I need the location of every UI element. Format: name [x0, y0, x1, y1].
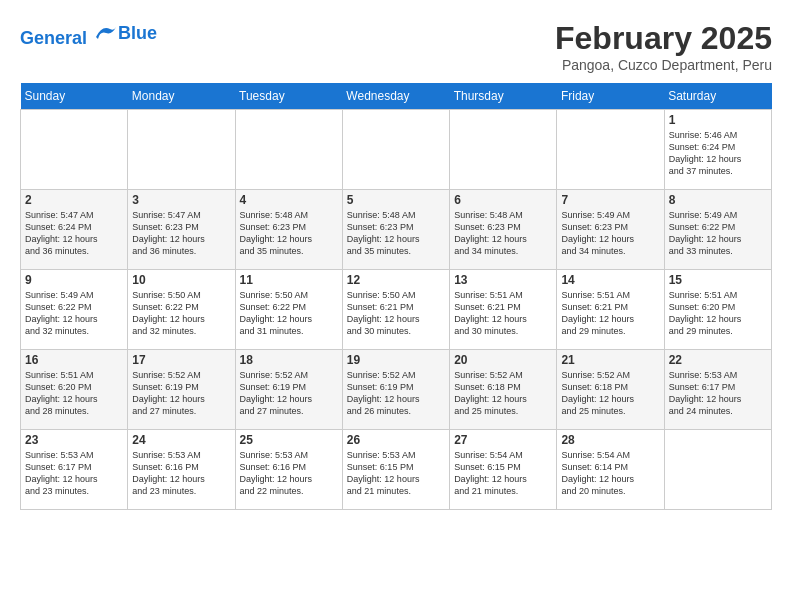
day-number: 22 [669, 353, 767, 367]
week-row-3: 9Sunrise: 5:49 AM Sunset: 6:22 PM Daylig… [21, 270, 772, 350]
day-info: Sunrise: 5:52 AM Sunset: 6:19 PM Dayligh… [347, 369, 445, 418]
day-header-thursday: Thursday [450, 83, 557, 110]
calendar-cell: 9Sunrise: 5:49 AM Sunset: 6:22 PM Daylig… [21, 270, 128, 350]
day-info: Sunrise: 5:53 AM Sunset: 6:16 PM Dayligh… [240, 449, 338, 498]
day-number: 2 [25, 193, 123, 207]
calendar-cell: 20Sunrise: 5:52 AM Sunset: 6:18 PM Dayli… [450, 350, 557, 430]
calendar-cell: 21Sunrise: 5:52 AM Sunset: 6:18 PM Dayli… [557, 350, 664, 430]
header: General Blue February 2025 Pangoa, Cuzco… [20, 20, 772, 73]
logo-bird-icon [94, 20, 118, 44]
title-section: February 2025 Pangoa, Cuzco Department, … [555, 20, 772, 73]
subtitle: Pangoa, Cuzco Department, Peru [555, 57, 772, 73]
calendar-cell: 24Sunrise: 5:53 AM Sunset: 6:16 PM Dayli… [128, 430, 235, 510]
calendar-cell: 15Sunrise: 5:51 AM Sunset: 6:20 PM Dayli… [664, 270, 771, 350]
day-info: Sunrise: 5:48 AM Sunset: 6:23 PM Dayligh… [240, 209, 338, 258]
day-info: Sunrise: 5:49 AM Sunset: 6:23 PM Dayligh… [561, 209, 659, 258]
day-info: Sunrise: 5:47 AM Sunset: 6:24 PM Dayligh… [25, 209, 123, 258]
week-row-1: 1Sunrise: 5:46 AM Sunset: 6:24 PM Daylig… [21, 110, 772, 190]
calendar-cell: 12Sunrise: 5:50 AM Sunset: 6:21 PM Dayli… [342, 270, 449, 350]
calendar-cell: 16Sunrise: 5:51 AM Sunset: 6:20 PM Dayli… [21, 350, 128, 430]
calendar-cell: 22Sunrise: 5:53 AM Sunset: 6:17 PM Dayli… [664, 350, 771, 430]
day-number: 27 [454, 433, 552, 447]
calendar-cell [21, 110, 128, 190]
day-number: 6 [454, 193, 552, 207]
calendar-cell: 7Sunrise: 5:49 AM Sunset: 6:23 PM Daylig… [557, 190, 664, 270]
calendar-cell: 13Sunrise: 5:51 AM Sunset: 6:21 PM Dayli… [450, 270, 557, 350]
day-info: Sunrise: 5:54 AM Sunset: 6:14 PM Dayligh… [561, 449, 659, 498]
day-number: 14 [561, 273, 659, 287]
calendar-cell: 27Sunrise: 5:54 AM Sunset: 6:15 PM Dayli… [450, 430, 557, 510]
logo: General Blue [20, 20, 157, 49]
calendar-cell: 11Sunrise: 5:50 AM Sunset: 6:22 PM Dayli… [235, 270, 342, 350]
main-title: February 2025 [555, 20, 772, 57]
calendar-cell: 25Sunrise: 5:53 AM Sunset: 6:16 PM Dayli… [235, 430, 342, 510]
calendar-cell: 8Sunrise: 5:49 AM Sunset: 6:22 PM Daylig… [664, 190, 771, 270]
calendar-cell [128, 110, 235, 190]
day-info: Sunrise: 5:48 AM Sunset: 6:23 PM Dayligh… [347, 209, 445, 258]
week-row-2: 2Sunrise: 5:47 AM Sunset: 6:24 PM Daylig… [21, 190, 772, 270]
day-number: 7 [561, 193, 659, 207]
day-number: 8 [669, 193, 767, 207]
day-header-sunday: Sunday [21, 83, 128, 110]
day-number: 5 [347, 193, 445, 207]
day-number: 19 [347, 353, 445, 367]
day-info: Sunrise: 5:53 AM Sunset: 6:16 PM Dayligh… [132, 449, 230, 498]
day-info: Sunrise: 5:53 AM Sunset: 6:17 PM Dayligh… [669, 369, 767, 418]
calendar-cell: 23Sunrise: 5:53 AM Sunset: 6:17 PM Dayli… [21, 430, 128, 510]
calendar-cell: 6Sunrise: 5:48 AM Sunset: 6:23 PM Daylig… [450, 190, 557, 270]
day-info: Sunrise: 5:53 AM Sunset: 6:17 PM Dayligh… [25, 449, 123, 498]
calendar-cell: 28Sunrise: 5:54 AM Sunset: 6:14 PM Dayli… [557, 430, 664, 510]
day-info: Sunrise: 5:52 AM Sunset: 6:18 PM Dayligh… [561, 369, 659, 418]
calendar-cell [450, 110, 557, 190]
day-number: 12 [347, 273, 445, 287]
day-info: Sunrise: 5:46 AM Sunset: 6:24 PM Dayligh… [669, 129, 767, 178]
calendar-cell: 5Sunrise: 5:48 AM Sunset: 6:23 PM Daylig… [342, 190, 449, 270]
day-header-saturday: Saturday [664, 83, 771, 110]
calendar-cell: 4Sunrise: 5:48 AM Sunset: 6:23 PM Daylig… [235, 190, 342, 270]
day-info: Sunrise: 5:54 AM Sunset: 6:15 PM Dayligh… [454, 449, 552, 498]
day-number: 25 [240, 433, 338, 447]
day-number: 23 [25, 433, 123, 447]
calendar-cell: 1Sunrise: 5:46 AM Sunset: 6:24 PM Daylig… [664, 110, 771, 190]
day-number: 21 [561, 353, 659, 367]
calendar-cell: 18Sunrise: 5:52 AM Sunset: 6:19 PM Dayli… [235, 350, 342, 430]
day-info: Sunrise: 5:52 AM Sunset: 6:19 PM Dayligh… [240, 369, 338, 418]
day-number: 18 [240, 353, 338, 367]
day-info: Sunrise: 5:49 AM Sunset: 6:22 PM Dayligh… [25, 289, 123, 338]
day-info: Sunrise: 5:52 AM Sunset: 6:18 PM Dayligh… [454, 369, 552, 418]
day-info: Sunrise: 5:50 AM Sunset: 6:22 PM Dayligh… [240, 289, 338, 338]
day-header-monday: Monday [128, 83, 235, 110]
logo-text: General [20, 20, 118, 49]
day-number: 28 [561, 433, 659, 447]
calendar-cell: 3Sunrise: 5:47 AM Sunset: 6:23 PM Daylig… [128, 190, 235, 270]
day-number: 16 [25, 353, 123, 367]
day-number: 3 [132, 193, 230, 207]
day-info: Sunrise: 5:51 AM Sunset: 6:21 PM Dayligh… [561, 289, 659, 338]
calendar-cell: 2Sunrise: 5:47 AM Sunset: 6:24 PM Daylig… [21, 190, 128, 270]
day-info: Sunrise: 5:53 AM Sunset: 6:15 PM Dayligh… [347, 449, 445, 498]
calendar-cell: 14Sunrise: 5:51 AM Sunset: 6:21 PM Dayli… [557, 270, 664, 350]
day-number: 26 [347, 433, 445, 447]
calendar-cell [664, 430, 771, 510]
day-header-tuesday: Tuesday [235, 83, 342, 110]
header-row: SundayMondayTuesdayWednesdayThursdayFrid… [21, 83, 772, 110]
calendar-cell: 26Sunrise: 5:53 AM Sunset: 6:15 PM Dayli… [342, 430, 449, 510]
day-info: Sunrise: 5:50 AM Sunset: 6:21 PM Dayligh… [347, 289, 445, 338]
day-number: 20 [454, 353, 552, 367]
day-number: 1 [669, 113, 767, 127]
day-number: 10 [132, 273, 230, 287]
calendar-cell [557, 110, 664, 190]
day-info: Sunrise: 5:50 AM Sunset: 6:22 PM Dayligh… [132, 289, 230, 338]
day-info: Sunrise: 5:48 AM Sunset: 6:23 PM Dayligh… [454, 209, 552, 258]
day-number: 15 [669, 273, 767, 287]
calendar-cell [342, 110, 449, 190]
day-info: Sunrise: 5:49 AM Sunset: 6:22 PM Dayligh… [669, 209, 767, 258]
day-info: Sunrise: 5:52 AM Sunset: 6:19 PM Dayligh… [132, 369, 230, 418]
day-number: 11 [240, 273, 338, 287]
logo-blue-text: Blue [118, 24, 157, 44]
day-info: Sunrise: 5:51 AM Sunset: 6:21 PM Dayligh… [454, 289, 552, 338]
day-number: 13 [454, 273, 552, 287]
day-header-friday: Friday [557, 83, 664, 110]
day-number: 9 [25, 273, 123, 287]
day-info: Sunrise: 5:51 AM Sunset: 6:20 PM Dayligh… [669, 289, 767, 338]
